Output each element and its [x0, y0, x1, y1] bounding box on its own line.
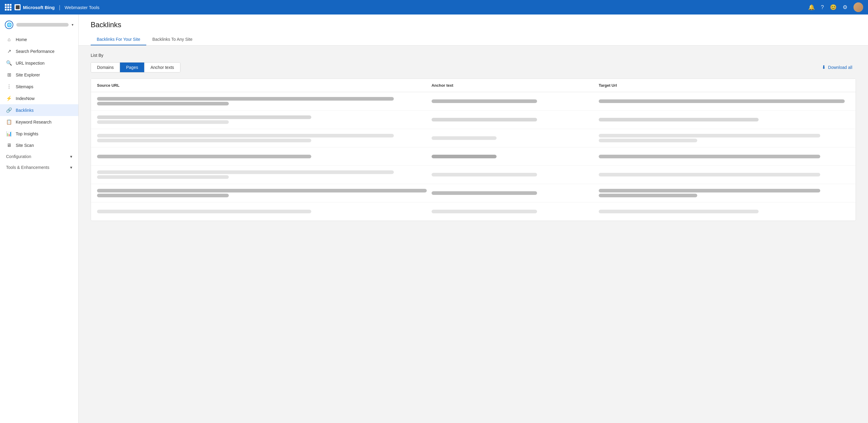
target-url-cell [599, 118, 849, 122]
download-all-label: Download all [828, 65, 852, 70]
brand-name: Microsoft Bing [23, 5, 55, 10]
anchor-text-cell [432, 136, 599, 140]
backlinks-table: Source URL Anchor text Target Url [91, 78, 856, 221]
main-content: Backlinks Backlinks For Your Site Backli… [79, 14, 868, 423]
table-header: Source URL Anchor text Target Url [91, 79, 856, 92]
list-by-label: List By [91, 53, 856, 58]
help-icon[interactable]: ? [821, 4, 824, 10]
settings-icon[interactable]: ⚙ [843, 4, 847, 10]
page-title: Backlinks [91, 21, 856, 29]
source-url-cell [97, 189, 432, 197]
filter-domains-button[interactable]: Domains [91, 63, 120, 72]
target-url-cell [599, 173, 849, 176]
tools-enhancements-chevron-icon: ▾ [70, 165, 72, 170]
content-area: List By Domains Pages Anchor texts ⬇ Dow… [79, 45, 868, 228]
sidebar: 🌐 ▾ ⌂ Home ↗ Search Performance 🔍 URL In… [0, 14, 79, 423]
source-url-cell [97, 97, 432, 105]
sidebar-item-sitemaps[interactable]: ⋮ Sitemaps [0, 81, 78, 93]
sidebar-item-home[interactable]: ⌂ Home [0, 34, 78, 45]
sidebar-item-label: Sitemaps [16, 84, 33, 89]
table-row [91, 92, 856, 110]
target-url-cell [599, 189, 849, 197]
link-icon: 🔗 [6, 107, 12, 113]
tools-enhancements-section[interactable]: Tools & Enhancements ▾ [0, 162, 78, 173]
trending-up-icon: ↗ [6, 48, 12, 54]
page-header: Backlinks Backlinks For Your Site Backli… [79, 14, 868, 45]
home-icon: ⌂ [6, 37, 12, 42]
source-url-cell [97, 210, 432, 213]
sidebar-item-label: Top Insights [16, 131, 38, 136]
nav-separator: | [59, 4, 60, 10]
tab-backlinks-for-your-site[interactable]: Backlinks For Your Site [91, 34, 146, 45]
sidebar-item-indexnow[interactable]: ⚡ IndexNow [0, 93, 78, 104]
sidebar-item-top-insights[interactable]: 📊 Top Insights [0, 128, 78, 139]
configuration-chevron-icon: ▾ [70, 154, 72, 159]
tab-backlinks-to-any-site[interactable]: Backlinks To Any Site [146, 34, 198, 45]
table-row [91, 148, 856, 166]
anchor-text-cell [432, 118, 599, 122]
site-url-display [16, 23, 69, 27]
download-icon: ⬇ [822, 64, 826, 70]
sidebar-item-label: Home [16, 37, 27, 42]
chevron-down-icon: ▾ [72, 23, 73, 27]
anchor-text-cell [432, 155, 599, 158]
bing-logo: ⬛ Microsoft Bing [14, 4, 55, 10]
grid-icon: ⊞ [6, 72, 12, 78]
header-target-url: Target Url [599, 83, 849, 88]
anchor-text-cell [432, 210, 599, 213]
product-name: Webmaster Tools [65, 5, 99, 10]
filter-row: Domains Pages Anchor texts ⬇ Download al… [91, 62, 856, 72]
anchor-text-cell [432, 191, 599, 195]
insights-icon: 📊 [6, 131, 12, 137]
configuration-label: Configuration [6, 154, 31, 159]
sidebar-item-label: Site Scan [16, 143, 34, 148]
table-row [91, 166, 856, 184]
configuration-section[interactable]: Configuration ▾ [0, 151, 78, 162]
source-url-cell [97, 134, 432, 142]
filter-button-group: Domains Pages Anchor texts [91, 62, 180, 72]
download-all-button[interactable]: ⬇ Download all [818, 62, 856, 72]
waffle-menu-icon[interactable] [5, 4, 11, 10]
scan-icon: 🖥 [6, 142, 12, 148]
user-avatar[interactable] [854, 2, 863, 12]
tools-enhancements-label: Tools & Enhancements [6, 165, 49, 170]
flash-icon: ⚡ [6, 95, 12, 101]
target-url-cell [599, 210, 849, 213]
sidebar-item-url-inspection[interactable]: 🔍 URL Inspection [0, 57, 78, 69]
sidebar-item-label: Keyword Research [16, 120, 51, 125]
top-navigation: ⬛ Microsoft Bing | Webmaster Tools 🔔 ? 😊… [0, 0, 868, 14]
page-tabs: Backlinks For Your Site Backlinks To Any… [91, 34, 856, 45]
sidebar-item-label: URL Inspection [16, 61, 44, 66]
sidebar-item-label: Backlinks [16, 108, 34, 113]
sidebar-item-label: IndexNow [16, 96, 34, 101]
sidebar-item-label: Search Performance [16, 49, 54, 54]
sidebar-item-backlinks[interactable]: 🔗 Backlinks [0, 104, 78, 116]
table-row [91, 202, 856, 221]
sidebar-item-site-scan[interactable]: 🖥 Site Scan [0, 139, 78, 151]
target-url-cell [599, 134, 849, 142]
sitemap-icon: ⋮ [6, 84, 12, 90]
target-url-cell [599, 155, 849, 158]
site-selector[interactable]: 🌐 ▾ [0, 18, 78, 34]
feedback-icon[interactable]: 😊 [830, 4, 837, 10]
anchor-text-cell [432, 99, 599, 103]
sidebar-item-search-performance[interactable]: ↗ Search Performance [0, 45, 78, 57]
search-icon: 🔍 [6, 60, 12, 66]
filter-anchor-texts-button[interactable]: Anchor texts [145, 63, 180, 72]
table-row [91, 129, 856, 148]
table-row [91, 184, 856, 202]
anchor-text-cell [432, 173, 599, 176]
source-url-cell [97, 116, 432, 124]
source-url-cell [97, 155, 432, 158]
notification-icon[interactable]: 🔔 [808, 4, 815, 10]
sidebar-item-site-explorer[interactable]: ⊞ Site Explorer [0, 69, 78, 81]
source-url-cell [97, 170, 432, 179]
table-row [91, 110, 856, 129]
target-url-cell [599, 99, 849, 103]
filter-pages-button[interactable]: Pages [120, 63, 145, 72]
header-source-url: Source URL [97, 83, 432, 88]
header-anchor-text: Anchor text [432, 83, 599, 88]
sidebar-item-keyword-research[interactable]: 📋 Keyword Research [0, 116, 78, 128]
research-icon: 📋 [6, 119, 12, 125]
sidebar-item-label: Site Explorer [16, 72, 40, 77]
